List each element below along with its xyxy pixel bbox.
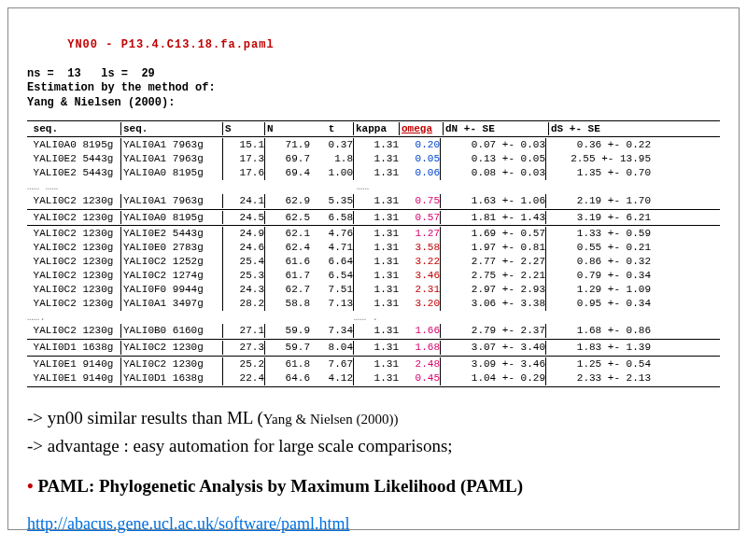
table-row: YALI0E1 9140gYALI0D1 1638g22.464.64.121.… <box>27 371 720 385</box>
table-row: YALI0E2 5443gYALI0A0 8195g17.669.41.001.… <box>27 166 720 180</box>
table-row: YALI0C2 1230gYALI0C2 1252g25.461.66.641.… <box>27 255 720 269</box>
table-row: YALI0C2 1230gYALI0A1 3497g28.258.87.131.… <box>27 297 720 311</box>
estimation-line: Estimation by the method of: <box>27 81 720 96</box>
table-row: YALI0E2 5443gYALI0A1 7963g17.369.71.81.3… <box>27 152 720 166</box>
output-header: YN00 - P13.4.C13.18.fa.paml ns = 13 ls =… <box>27 23 720 111</box>
slide-notes: -> yn00 similar results than ML (Yang & … <box>27 404 720 539</box>
table-row: YALI0E1 9140gYALI0C2 1230g25.261.87.671.… <box>27 357 720 371</box>
table-row: YALI0C2 1230gYALI0A0 8195g24.562.56.581.… <box>27 211 720 225</box>
note-yn00: -> yn00 similar results than ML (Yang & … <box>27 404 720 432</box>
input-file: P13.4.C13.18.fa.paml <box>121 38 275 51</box>
note-paml: • PAML: Phylogenetic Analysis by Maximum… <box>27 472 720 500</box>
ns-ls-line: ns = 13 ls = 29 <box>27 67 720 82</box>
note-advantage: -> advantage : easy automation for large… <box>27 432 720 460</box>
table-row: YALI0D1 1638gYALI0C2 1230g27.359.78.041.… <box>27 341 720 355</box>
table-row: YALI0A0 8195gYALI0A1 7963g15.171.90.371.… <box>27 138 720 152</box>
program-label: YN00 - <box>67 38 120 51</box>
table-row: YALI0C2 1230gYALI0C2 1274g25.361.76.541.… <box>27 269 720 283</box>
table-header-row: seq.seq.SNtkappaomegadN +- SEdS +- SE <box>27 122 720 136</box>
reference-line: Yang & Nielsen (2000): <box>27 96 720 111</box>
table-row: YALI0C2 1230gYALI0F0 9944g24.362.77.511.… <box>27 283 720 297</box>
results-table: seq.seq.SNtkappaomegadN +- SEdS +- SE YA… <box>27 120 720 387</box>
table-row: YALI0C2 1230gYALI0B0 6160g27.159.97.341.… <box>27 324 720 338</box>
slide-page: YN00 - P13.4.C13.18.fa.paml ns = 13 ls =… <box>7 7 740 530</box>
table-row: YALI0C2 1230gYALI0E0 2783g24.662.44.711.… <box>27 241 720 255</box>
table-row: YALI0C2 1230gYALI0E2 5443g24.962.14.761.… <box>27 227 720 241</box>
table-gap: …… ………… <box>27 180 720 194</box>
table-gap: …….…… . <box>27 311 720 325</box>
table-row: YALI0C2 1230gYALI0A1 7963g24.162.95.351.… <box>27 194 720 208</box>
paml-link[interactable]: http://abacus.gene.ucl.ac.uk/software/pa… <box>27 514 349 533</box>
